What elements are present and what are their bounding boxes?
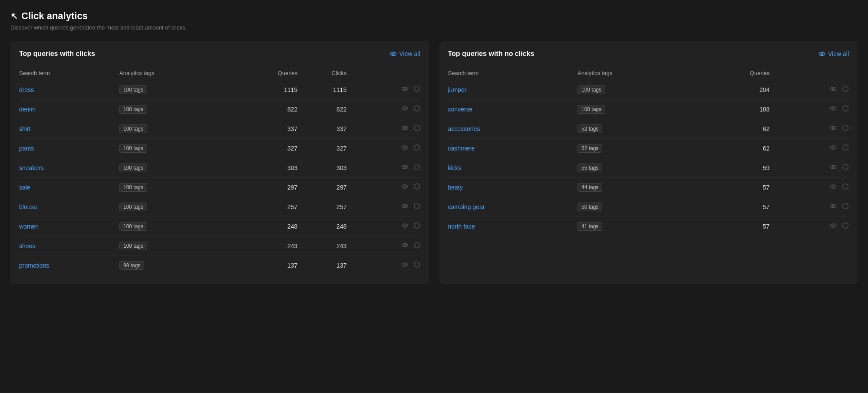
- table-row: camping gear 50 tags 57: [448, 197, 849, 217]
- search-term-link[interactable]: accessories: [448, 125, 480, 132]
- search-term-link[interactable]: beaty: [448, 184, 463, 191]
- row-actions: [769, 100, 849, 119]
- box-action-icon[interactable]: [413, 222, 420, 231]
- box-action-icon[interactable]: [413, 183, 420, 192]
- search-term-link[interactable]: sneakers: [19, 164, 44, 171]
- search-term-link[interactable]: promotions: [19, 262, 49, 269]
- box-action-icon[interactable]: [413, 164, 420, 172]
- search-term-link[interactable]: camping gear: [448, 203, 485, 210]
- svg-point-7: [404, 127, 406, 129]
- svg-point-32: [830, 165, 836, 169]
- box-action-icon[interactable]: [842, 144, 849, 153]
- svg-point-31: [832, 147, 834, 148]
- page-subtitle: Discover which queries generated the mos…: [10, 24, 858, 31]
- view-all-no-clicks-button[interactable]: View all: [818, 50, 849, 57]
- eye-action-icon[interactable]: [401, 124, 408, 133]
- search-term-link[interactable]: denim: [19, 106, 36, 113]
- eye-action-icon[interactable]: [401, 85, 408, 94]
- search-term-link[interactable]: north face: [448, 223, 475, 230]
- queries-value: 1115: [233, 80, 298, 100]
- queries-value: 243: [233, 236, 298, 256]
- eye-action-icon[interactable]: [401, 183, 408, 192]
- eye-action-icon[interactable]: [830, 183, 837, 192]
- svg-point-18: [402, 243, 407, 247]
- svg-point-6: [402, 126, 407, 130]
- svg-point-22: [819, 52, 825, 56]
- view-all-clicks-button[interactable]: View all: [390, 50, 420, 57]
- box-action-icon[interactable]: [413, 203, 420, 211]
- table-row: north face 41 tags 57: [448, 217, 849, 236]
- search-term-link[interactable]: blouse: [19, 203, 37, 210]
- table-row: cashmere 52 tags 62: [448, 139, 849, 158]
- top-no-clicks-panel: Top queries with no clicks View all Sear…: [439, 41, 858, 284]
- tag-badge: 100 tags: [119, 222, 147, 231]
- svg-point-10: [402, 165, 407, 169]
- tag-badge: 100 tags: [578, 105, 605, 114]
- queries-value: 57: [700, 178, 769, 197]
- eye-action-icon[interactable]: [401, 105, 408, 114]
- svg-point-0: [390, 52, 396, 56]
- box-action-icon[interactable]: [413, 105, 420, 114]
- search-term-link[interactable]: cashmere: [448, 145, 475, 152]
- eye-action-icon[interactable]: [830, 222, 837, 231]
- eye-action-icon[interactable]: [830, 105, 837, 114]
- svg-point-38: [830, 224, 836, 227]
- search-term-link[interactable]: pants: [19, 145, 34, 152]
- eye-action-icon[interactable]: [401, 222, 408, 231]
- search-term-link[interactable]: jumper: [448, 86, 467, 93]
- table-row: pants 100 tags 327 327: [19, 139, 420, 158]
- box-action-icon[interactable]: [842, 85, 849, 94]
- search-term-link[interactable]: converse: [448, 106, 473, 113]
- clicks-table: Search term Analytics tags Queries Click…: [19, 66, 420, 275]
- box-action-icon[interactable]: [842, 105, 849, 114]
- panel-title-clicks: Top queries with clicks: [19, 50, 95, 58]
- box-action-icon[interactable]: [842, 124, 849, 133]
- search-term-link[interactable]: dress: [19, 86, 34, 93]
- eye-action-icon[interactable]: [401, 242, 408, 250]
- box-action-icon[interactable]: [413, 144, 420, 153]
- box-action-icon[interactable]: [413, 261, 420, 270]
- search-term-link[interactable]: women: [19, 223, 39, 230]
- box-action-icon[interactable]: [842, 164, 849, 172]
- search-term-link[interactable]: kicks: [448, 164, 462, 171]
- box-action-icon[interactable]: [842, 222, 849, 231]
- box-action-icon[interactable]: [842, 183, 849, 192]
- box-action-icon[interactable]: [413, 85, 420, 94]
- row-actions: [347, 139, 420, 158]
- eye-action-icon[interactable]: [830, 203, 837, 211]
- eye-icon-clicks: [390, 50, 397, 57]
- table-row: sale 100 tags 297 297: [19, 178, 420, 197]
- eye-action-icon[interactable]: [830, 144, 837, 153]
- row-actions: [769, 80, 849, 100]
- queries-value: 62: [700, 119, 769, 139]
- clicks-value: 327: [297, 139, 347, 158]
- box-action-icon[interactable]: [413, 124, 420, 133]
- col-analytics-tags-clicks: Analytics tags: [119, 66, 233, 80]
- eye-action-icon[interactable]: [401, 164, 408, 172]
- eye-action-icon[interactable]: [401, 144, 408, 153]
- svg-point-9: [404, 147, 406, 148]
- tag-badge: 100 tags: [119, 144, 147, 153]
- eye-action-icon[interactable]: [830, 124, 837, 133]
- tag-badge: 100 tags: [119, 164, 147, 172]
- search-term-link[interactable]: shoes: [19, 242, 35, 249]
- panel-header-clicks: Top queries with clicks View all: [19, 50, 420, 58]
- svg-point-39: [832, 225, 834, 226]
- row-actions: [347, 80, 420, 100]
- box-action-icon[interactable]: [842, 203, 849, 211]
- clicks-value: 248: [297, 217, 347, 236]
- svg-point-12: [402, 185, 407, 188]
- table-row: denim 100 tags 822 822: [19, 100, 420, 119]
- eye-action-icon[interactable]: [401, 261, 408, 270]
- row-actions: [347, 256, 420, 275]
- eye-action-icon[interactable]: [401, 203, 408, 211]
- cursor-icon: ↖: [10, 11, 18, 21]
- search-term-link[interactable]: sale: [19, 184, 30, 191]
- search-term-link[interactable]: shirt: [19, 125, 30, 132]
- page-title: ↖ Click analytics: [10, 10, 858, 22]
- box-action-icon[interactable]: [413, 242, 420, 250]
- queries-value: 137: [233, 256, 298, 275]
- eye-action-icon[interactable]: [830, 85, 837, 94]
- eye-action-icon[interactable]: [830, 164, 837, 172]
- panel-title-no-clicks: Top queries with no clicks: [448, 50, 535, 58]
